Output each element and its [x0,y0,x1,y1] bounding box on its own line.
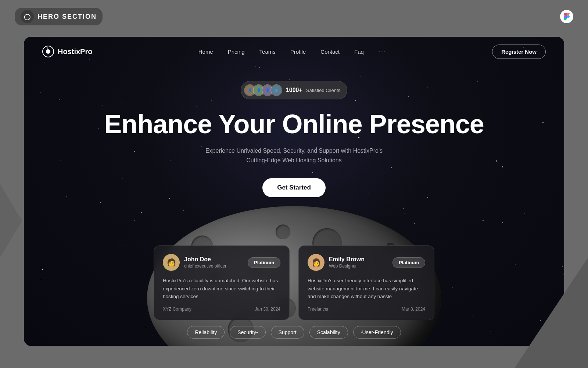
person-avatar-1: 🧑 [163,254,180,271]
testimonials: 🧑 John Doe chief executive officer Plati… [24,245,564,320]
brand-logo-icon [42,46,54,57]
card-review-1: HostixPro's reliability is unmatched. Ou… [163,277,280,301]
top-bar-badge: ◯ HERO SECTION [15,8,103,25]
plan-badge-1: Platinum [248,257,280,268]
card-header-1: 🧑 John Doe chief executive officer Plati… [163,254,280,271]
nav-link-contact[interactable]: Contact [320,49,340,55]
feature-pill-security[interactable]: Security- [230,326,265,339]
person-role-1: chief executive officer [184,263,226,269]
clients-badge: 👤 👤 👤 ● 1000+ Satisfied Clients [241,81,347,99]
card-date-2: Mar 8, 2024 [402,307,425,312]
avatar-4: ● [270,84,282,96]
testimonial-card-2: 👩 Emily Brown Web Designer Platinum Host… [298,245,434,320]
navbar: HostixPro Home Pricing Teams Profile Con… [24,37,564,66]
feature-pill-userfriendly[interactable]: ·User-Friendly [353,326,401,339]
card-footer-1: XYZ Company Jan 30, 2024 [163,307,280,312]
nav-link-teams[interactable]: Teams [259,49,276,55]
person-avatar-2: 👩 [308,254,325,271]
hero-subtitle: Experience Unrivaled Speed, Security, an… [202,146,386,165]
figma-icon[interactable] [560,10,573,23]
nav-link-faq[interactable]: Faq [354,49,364,55]
card-header-2: 👩 Emily Brown Web Designer Platinum [308,254,425,271]
hero-content: 👤 👤 👤 ● 1000+ Satisfied Clients Enhance … [24,66,564,197]
avatar-stack: 👤 👤 👤 ● [244,84,282,96]
feature-pill-support[interactable]: Support [271,326,304,339]
card-person-1: 🧑 John Doe chief executive officer [163,254,226,271]
card-company-2: Freelancer [308,307,329,312]
person-name-2: Emily Brown [329,256,365,263]
register-button[interactable]: Register Now [492,45,546,59]
nav-link-profile[interactable]: Profile [290,49,306,55]
nav-logo: HostixPro [42,46,92,57]
feature-pill-scalability[interactable]: Scalability [309,326,348,339]
brand-name: HostixPro [58,47,92,56]
card-date-1: Jan 30, 2024 [255,307,280,312]
card-company-1: XYZ Company [163,307,191,312]
clients-text: Satisfied Clients [306,88,340,93]
top-bar: ◯ HERO SECTION [0,0,588,33]
nav-more: ··· [379,48,386,56]
testimonial-card-1: 🧑 John Doe chief executive officer Plati… [154,245,290,320]
card-review-2: HostixPro's user-friendly interface has … [308,277,425,301]
get-started-button[interactable]: Get Started [262,178,326,197]
feature-pills: Reliability Security- Support Scalabilit… [24,326,564,339]
feature-pill-reliability[interactable]: Reliability [187,326,225,339]
nav-link-home[interactable]: Home [198,49,213,55]
person-role-2: Web Designer [329,263,365,269]
nav-link-pricing[interactable]: Pricing [228,49,245,55]
nav-links: Home Pricing Teams Profile Contact Faq ·… [198,48,386,56]
plan-badge-2: Platinum [392,257,425,268]
main-frame: HostixPro Home Pricing Teams Profile Con… [24,37,564,346]
top-bar-logo-icon: ◯ [21,10,34,23]
top-bar-title: HERO SECTION [37,13,97,21]
card-person-2: 👩 Emily Brown Web Designer [308,254,365,271]
person-name-1: John Doe [184,256,226,263]
hero-title: Enhance Your Online Presence [104,110,484,139]
card-footer-2: Freelancer Mar 8, 2024 [308,307,425,312]
clients-count: 1000+ [286,87,302,93]
bg-triangle-left [0,184,22,258]
